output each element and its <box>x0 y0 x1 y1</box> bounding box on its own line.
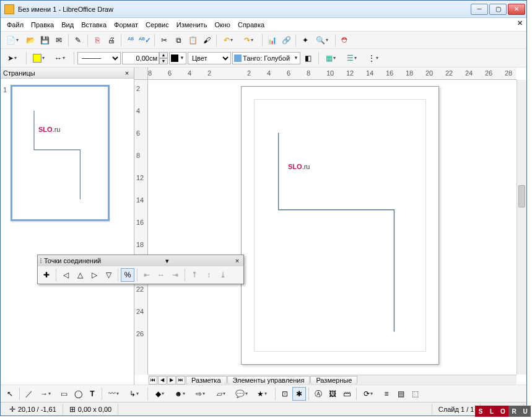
arrange-obj-button[interactable]: ▤ <box>394 387 408 401</box>
glue-bottom-button[interactable]: ▽ <box>102 268 115 282</box>
ellipse-tool[interactable]: ◯ <box>71 387 85 401</box>
prev-tab-button[interactable]: ◀ <box>158 376 167 385</box>
line-end-button[interactable]: ↔▾ <box>51 51 71 65</box>
line-color-combo[interactable]: ▼ <box>169 52 186 64</box>
horizontal-scrollbar[interactable] <box>360 376 517 385</box>
menu-help[interactable]: Справка <box>234 20 268 30</box>
page[interactable]: SLO.ru <box>241 86 439 365</box>
connector-line[interactable] <box>242 87 438 364</box>
menu-insert[interactable]: Вставка <box>77 20 110 30</box>
glue-left-button[interactable]: ◁ <box>59 268 72 282</box>
line-width-input[interactable] <box>122 52 159 64</box>
slides-list[interactable]: 1 SLO.ru <box>1 79 134 385</box>
area-style-select[interactable]: Цвет <box>188 52 231 64</box>
line-tool[interactable]: ／ <box>22 387 36 401</box>
spellcheck-button[interactable]: ᴬᴮ <box>124 33 137 47</box>
menu-view[interactable]: Вид <box>58 20 77 30</box>
callout-tool[interactable]: 💬▾ <box>232 387 252 401</box>
select-tool[interactable]: ↖ <box>3 387 17 401</box>
undo-button[interactable]: ↶▾ <box>219 33 239 47</box>
menu-edit[interactable]: Правка <box>27 20 58 30</box>
arrow-style-button[interactable]: ➤▾ <box>3 51 23 65</box>
edit-file-button[interactable]: ✎ <box>71 33 85 47</box>
connector-tool[interactable]: ↳▾ <box>125 387 145 401</box>
doc-close-icon[interactable]: ✕ <box>517 19 523 27</box>
menu-file[interactable]: Файл <box>3 20 27 30</box>
save-button[interactable]: 💾 <box>38 33 51 47</box>
glue-right-button[interactable]: ▷ <box>87 268 101 282</box>
help-button[interactable]: ⛑ <box>338 33 352 47</box>
hyperlink-button[interactable]: 🔗 <box>279 33 293 47</box>
slide-thumb[interactable]: 1 SLO.ru <box>11 85 124 221</box>
rectangle-tool[interactable]: ▭ <box>57 387 71 401</box>
distribute-button[interactable]: ⋮▾ <box>364 51 384 65</box>
symbol-shapes-tool[interactable]: ☻▾ <box>171 387 191 401</box>
navigator-button[interactable]: ✦ <box>299 33 312 47</box>
curve-tool[interactable]: 〰▾ <box>105 387 124 401</box>
next-tab-button[interactable]: ▶ <box>167 376 176 385</box>
gluepoints-toolbar[interactable]: Точки соединений ▾ × ✚ ◁ △ ▷ ▽ % ⇤ ↔ ⇥ ⤒… <box>37 255 244 284</box>
canvas[interactable]: SLO.ru <box>148 80 517 375</box>
tab-dimensions[interactable]: Размерные <box>310 376 357 385</box>
stars-tool[interactable]: ★▾ <box>253 387 273 401</box>
print-button[interactable]: 🖨 <box>105 33 118 47</box>
fill-highlight-button[interactable]: ▾ <box>30 51 50 65</box>
menu-tools[interactable]: Сервис <box>142 20 173 30</box>
menu-modify[interactable]: Изменить <box>173 20 211 30</box>
new-button[interactable]: 📄▾ <box>3 33 23 47</box>
format-paintbrush-button[interactable]: 🖌 <box>200 33 214 47</box>
line-width-spinner[interactable]: ▲▼ <box>122 52 168 64</box>
email-button[interactable]: ✉ <box>52 33 66 47</box>
glue-points-button[interactable]: ✱ <box>292 387 306 401</box>
close-button[interactable]: ✕ <box>508 4 525 15</box>
minimize-button[interactable]: ─ <box>471 4 488 15</box>
glue-insert-button[interactable]: ✚ <box>40 268 53 282</box>
block-arrows-tool[interactable]: ⇨▾ <box>191 387 211 401</box>
panel-close-icon[interactable]: × <box>123 69 131 77</box>
cut-button[interactable]: ✂ <box>157 33 171 47</box>
from-file-button[interactable]: 🖼 <box>326 387 339 401</box>
status-slide[interactable]: Слайд 1 / 1 <box>432 404 481 415</box>
gallery-button[interactable]: 🗃 <box>340 387 354 401</box>
open-button[interactable]: 📂 <box>24 33 37 47</box>
arrange-button[interactable]: ▦▾ <box>322 51 342 65</box>
menu-format[interactable]: Формат <box>110 20 142 30</box>
menu-window[interactable]: Окно <box>211 20 234 30</box>
line-style-select[interactable]: ──── <box>77 52 121 64</box>
text-tool[interactable]: T <box>85 387 99 401</box>
vertical-scrollbar[interactable] <box>517 80 526 375</box>
align-obj-button[interactable]: ≡ <box>380 387 393 401</box>
last-tab-button[interactable]: ⏭ <box>177 376 185 385</box>
area-color-combo[interactable]: Танго: Голубой ▼ <box>232 52 300 64</box>
color-name-label: Танго: Голубой <box>243 54 292 62</box>
align-button[interactable]: ☰▾ <box>343 51 363 65</box>
gluepoints-titlebar[interactable]: Точки соединений ▾ × <box>38 255 243 266</box>
ruler-horizontal[interactable]: 8642246810121416182022242628 <box>148 67 517 80</box>
float-dropdown-icon[interactable]: ▾ <box>164 257 171 265</box>
basic-shapes-tool[interactable]: ◆▾ <box>150 387 170 401</box>
tab-layout[interactable]: Разметка <box>186 376 227 385</box>
shadow-button[interactable]: ◧ <box>302 51 315 65</box>
auto-spellcheck-button[interactable]: ᴬᴮ✓ <box>138 33 152 47</box>
copy-button[interactable]: ⧉ <box>172 33 185 47</box>
ruler-vertical[interactable]: 24681214161820222426 <box>134 80 148 375</box>
edit-points-button[interactable]: ⊡ <box>278 387 292 401</box>
export-pdf-button[interactable]: ⎘ <box>90 33 104 47</box>
paste-button[interactable]: 📋 <box>186 33 199 47</box>
arrow-tool[interactable]: →▾ <box>37 387 56 401</box>
glue-relative-button[interactable]: % <box>121 268 134 282</box>
redo-button[interactable]: ↷▾ <box>240 33 259 47</box>
glue-top-button[interactable]: △ <box>73 268 87 282</box>
chart-button[interactable]: 📊 <box>265 33 279 47</box>
spin-down[interactable]: ▼ <box>159 58 168 64</box>
effects-button[interactable]: ⟳▾ <box>359 387 379 401</box>
spin-up[interactable]: ▲ <box>159 52 168 58</box>
zoom-button[interactable]: 🔍▾ <box>313 33 333 47</box>
tab-controls[interactable]: Элементы управления <box>227 376 310 385</box>
fontwork-button[interactable]: Ⓐ <box>312 387 325 401</box>
first-tab-button[interactable]: ⏮ <box>149 376 157 385</box>
maximize-button[interactable]: ▢ <box>489 4 507 15</box>
float-close-icon[interactable]: × <box>233 257 241 264</box>
flowchart-tool[interactable]: ▱▾ <box>212 387 232 401</box>
extrusion-button[interactable]: ⬚ <box>408 387 422 401</box>
